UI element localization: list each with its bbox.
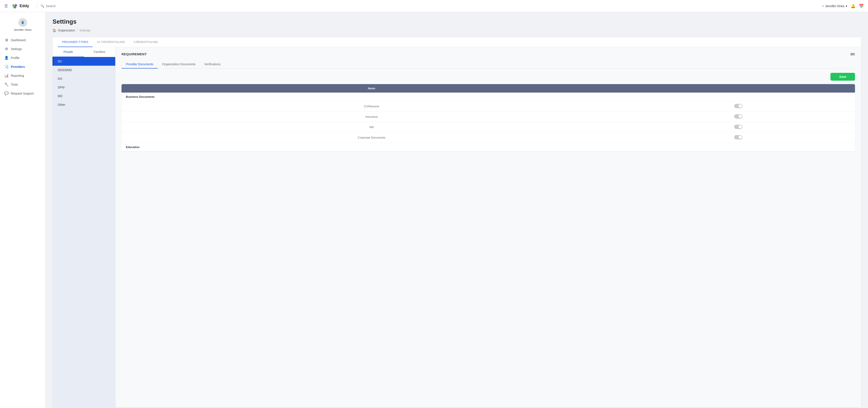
item-label: Corporate Documents bbox=[122, 132, 622, 143]
content-area: People Facilities DC DDS/DMD DO DPM MD O… bbox=[53, 47, 861, 407]
item-toggle-cell bbox=[622, 122, 855, 132]
sidebar-item-label: Profile bbox=[11, 56, 20, 60]
item-label: W9 bbox=[122, 122, 622, 132]
provider-list-panel: People Facilities DC DDS/DMD DO DPM MD O… bbox=[53, 47, 116, 407]
notification-bell-icon[interactable]: 🔔 bbox=[850, 4, 856, 8]
reporting-icon: 📊 bbox=[4, 73, 9, 78]
sidebar-item-providers[interactable]: 🩺 Providers bbox=[2, 62, 43, 71]
list-item[interactable]: DC bbox=[53, 57, 115, 66]
sub-tab-provider-docs[interactable]: Provider Documents bbox=[122, 60, 158, 69]
navbar-divider bbox=[37, 3, 37, 9]
sidebar-item-label: Tools bbox=[11, 83, 18, 86]
list-item[interactable]: DO bbox=[53, 74, 115, 83]
sidebar-item-label: Reporting bbox=[11, 74, 24, 77]
breadcrumb-org[interactable]: Organization bbox=[58, 29, 75, 32]
save-button[interactable]: Save bbox=[831, 73, 855, 81]
sidebar: 👤 Jennifer Vines ⊞ Dashboard ⚙ Settings … bbox=[0, 12, 45, 408]
provider-tabs: People Facilities bbox=[53, 47, 115, 57]
navbar: ☰ Eddy 🔍 Jennifer Vines ▾ 🔔 📅 bbox=[0, 0, 868, 12]
user-name: Jennifer Vines bbox=[825, 4, 844, 8]
calendar-icon[interactable]: 📅 bbox=[859, 4, 864, 8]
tools-icon: 🔧 bbox=[4, 82, 9, 87]
tabs-header: PROVIDER TYPES AI CREDENTIALING CREDENTI… bbox=[53, 37, 861, 47]
logo-icon bbox=[11, 3, 18, 9]
tab-facilities[interactable]: Facilities bbox=[84, 47, 116, 57]
profile-icon: 👤 bbox=[4, 56, 9, 60]
list-item[interactable]: MD bbox=[53, 92, 115, 100]
item-toggle-cell bbox=[622, 101, 855, 112]
sub-tabs: Provider Documents Organization Document… bbox=[122, 60, 855, 69]
search-input[interactable] bbox=[46, 4, 127, 8]
sidebar-item-label: Providers bbox=[11, 65, 25, 69]
tab-provider-types[interactable]: PROVIDER TYPES bbox=[58, 37, 93, 47]
providers-icon: 🩺 bbox=[4, 65, 9, 69]
sidebar-user: 👤 Jennifer Vines bbox=[0, 15, 45, 36]
sidebar-item-tools[interactable]: 🔧 Tools bbox=[2, 80, 43, 89]
requirements-panel: REQUIREMENT DC Provider Documents Organi… bbox=[116, 47, 861, 407]
sidebar-item-profile[interactable]: 👤 Profile bbox=[2, 54, 43, 62]
list-item[interactable]: DPM bbox=[53, 83, 115, 92]
sub-tab-verifications[interactable]: Verifications bbox=[200, 60, 225, 69]
w9-toggle[interactable] bbox=[734, 125, 742, 129]
provider-list: DC DDS/DMD DO DPM MD Other bbox=[53, 57, 115, 109]
search-icon: 🔍 bbox=[40, 4, 44, 8]
tab-credentialing[interactable]: CREDENTIALING bbox=[129, 37, 162, 47]
item-label: CV/Resume bbox=[122, 101, 622, 112]
logo-text: Eddy bbox=[20, 4, 29, 8]
items-table: Items Business Documents CV/Resume bbox=[122, 84, 855, 151]
table-row: CV/Resume bbox=[122, 101, 855, 112]
item-toggle-cell bbox=[622, 112, 855, 122]
sidebar-item-label: Settings bbox=[11, 47, 22, 51]
navbar-right: Jennifer Vines ▾ 🔔 📅 bbox=[822, 4, 864, 8]
section-education: Education bbox=[122, 143, 855, 151]
item-toggle-cell bbox=[622, 132, 855, 143]
list-item[interactable]: Other bbox=[53, 100, 115, 109]
sidebar-item-label: Request Support bbox=[11, 92, 34, 95]
chevron-down-icon: ▾ bbox=[846, 4, 847, 8]
sidebar-item-settings[interactable]: ⚙ Settings bbox=[2, 45, 43, 53]
support-icon: 💬 bbox=[4, 91, 9, 95]
sidebar-nav: ⊞ Dashboard ⚙ Settings 👤 Profile 🩺 Provi… bbox=[0, 36, 45, 98]
sidebar-item-request-support[interactable]: 💬 Request Support bbox=[2, 89, 43, 98]
item-label: Insurance bbox=[122, 112, 622, 122]
sub-tab-org-docs[interactable]: Organization Documents bbox=[158, 60, 200, 69]
main-content: Settings 🏠 Organization / Settings PROVI… bbox=[45, 12, 868, 408]
home-icon: 🏠 bbox=[53, 29, 56, 32]
settings-card: PROVIDER TYPES AI CREDENTIALING CREDENTI… bbox=[53, 37, 861, 407]
breadcrumb: 🏠 Organization / Settings bbox=[53, 29, 861, 32]
corporate-docs-toggle[interactable] bbox=[734, 135, 742, 139]
sidebar-username: Jennifer Vines bbox=[14, 28, 31, 31]
logo: Eddy bbox=[11, 3, 29, 9]
tab-people[interactable]: People bbox=[53, 47, 84, 57]
breadcrumb-current: Settings bbox=[80, 29, 91, 32]
table-row: Corporate Documents bbox=[122, 132, 855, 143]
sidebar-item-reporting[interactable]: 📊 Reporting bbox=[2, 71, 43, 80]
table-row: Insurance bbox=[122, 112, 855, 122]
sidebar-item-label: Dashboard bbox=[11, 38, 26, 42]
section-business-docs: Business Documents bbox=[122, 93, 855, 101]
menu-icon[interactable]: ☰ bbox=[4, 4, 8, 8]
req-selected-type: DC bbox=[850, 53, 855, 56]
settings-icon: ⚙ bbox=[4, 47, 9, 51]
section-label: Business Documents bbox=[122, 93, 855, 101]
req-header: REQUIREMENT DC bbox=[122, 52, 855, 56]
table-row: W9 bbox=[122, 122, 855, 132]
user-menu[interactable]: Jennifer Vines ▾ bbox=[822, 4, 847, 8]
tab-ai-credentialing[interactable]: AI CREDENTIALING bbox=[93, 37, 129, 47]
avatar: 👤 bbox=[19, 18, 27, 27]
user-avatar-dot bbox=[822, 5, 824, 7]
search-container: 🔍 bbox=[40, 4, 127, 8]
cv-resume-toggle[interactable] bbox=[734, 104, 742, 108]
breadcrumb-separator: / bbox=[77, 29, 78, 32]
page-title: Settings bbox=[53, 18, 861, 25]
insurance-toggle[interactable] bbox=[734, 114, 742, 118]
table-header-toggle bbox=[622, 84, 855, 93]
dashboard-icon: ⊞ bbox=[4, 38, 9, 42]
sidebar-item-dashboard[interactable]: ⊞ Dashboard bbox=[2, 36, 43, 44]
req-title: REQUIREMENT bbox=[122, 52, 147, 56]
section-label: Education bbox=[122, 143, 855, 151]
table-header-items: Items bbox=[122, 84, 622, 93]
list-item[interactable]: DDS/DMD bbox=[53, 66, 115, 74]
